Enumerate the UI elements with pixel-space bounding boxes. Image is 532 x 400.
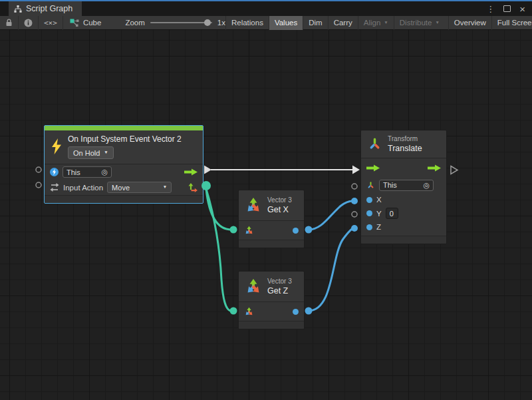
z-input-dot[interactable]: [366, 224, 372, 230]
graph-toolbar: <×> Cube Zoom 1x Relations Values Dim Ca…: [0, 16, 532, 30]
info-button[interactable]: [19, 16, 39, 30]
vector2-type-icon: [188, 183, 198, 192]
node-vector3-get-z[interactable]: Vector 3 Get Z: [238, 271, 305, 329]
object-picker-icon[interactable]: ◎: [101, 168, 108, 176]
input-action-label: Input Action: [63, 184, 103, 192]
getz-io-row: [239, 302, 304, 321]
window-menu-icon[interactable]: ⋮: [486, 5, 495, 13]
getz-node-title: Get Z: [267, 286, 292, 296]
node-transform-translate[interactable]: Transform Translate: [360, 130, 447, 244]
zoom-control: Zoom 1x: [125, 16, 225, 30]
event-this-row: This ◎: [45, 164, 203, 180]
close-icon[interactable]: ×: [519, 5, 525, 13]
node-vector3-get-x[interactable]: Vector 3 Get X: [238, 190, 305, 248]
chevron-down-icon: ▼: [384, 21, 388, 25]
code-preview-button[interactable]: <×>: [39, 16, 63, 30]
input-action-dropdown[interactable]: Move ▼: [107, 182, 172, 193]
transform-node-footer: [361, 236, 446, 244]
chevron-down-icon: ▼: [104, 150, 108, 155]
window-controls: ⋮ ×: [486, 1, 532, 16]
transform-node-category: Transform: [388, 134, 422, 143]
transform-y-row: Y 0: [361, 206, 446, 220]
transform-this-field[interactable]: This ◎: [379, 180, 434, 191]
tab-script-graph[interactable]: Script Graph: [9, 1, 82, 16]
lock-icon: [5, 19, 13, 27]
dim-button[interactable]: Dim: [303, 16, 327, 30]
flow-out-arrow-icon: [184, 168, 198, 176]
event-node-title: On Input System Event Vector 2: [68, 134, 182, 144]
script-graph-asset-icon: [70, 19, 79, 27]
getx-node-category: Vector 3: [267, 196, 292, 204]
info-icon: [24, 19, 33, 27]
align-dropdown[interactable]: Align ▼: [358, 16, 394, 30]
zoom-slider[interactable]: [150, 16, 212, 30]
node-on-input-system-event[interactable]: On Input System Event Vector 2 On Hold ▼…: [44, 125, 203, 204]
values-button[interactable]: Values: [269, 16, 303, 30]
event-node-footer: [45, 195, 203, 203]
graph-hierarchy-icon: [14, 5, 22, 13]
event-input-action-row: Input Action Move ▼: [45, 180, 203, 195]
zoom-label: Zoom: [125, 19, 144, 27]
x-input-dot[interactable]: [366, 197, 372, 203]
y-input-dot[interactable]: [366, 210, 372, 216]
vector3-input-icon: [244, 307, 254, 317]
tab-title: Script Graph: [26, 4, 72, 13]
transform-this-row: This ◎: [361, 177, 446, 193]
getz-node-category: Vector 3: [267, 277, 292, 286]
getx-io-row: [239, 221, 304, 240]
event-bolt-icon: [51, 138, 63, 154]
lock-button[interactable]: [0, 16, 19, 30]
getz-node-footer: [239, 321, 304, 329]
event-mode-dropdown[interactable]: On Hold ▼: [68, 146, 114, 159]
graph-breadcrumb[interactable]: Cube: [63, 19, 108, 27]
getx-node-title: Get X: [267, 204, 292, 215]
getx-node-footer: [239, 240, 304, 248]
flow-in-arrow-icon: [366, 164, 380, 172]
zoom-slider-handle[interactable]: [204, 19, 211, 26]
transform-mini-icon: [366, 181, 375, 190]
event-this-field[interactable]: This ◎: [63, 166, 112, 178]
y-value-field[interactable]: 0: [386, 208, 398, 219]
maximize-icon[interactable]: [503, 5, 511, 12]
zoom-level: 1x: [217, 19, 225, 27]
transform-z-row: Z: [361, 220, 446, 236]
distribute-dropdown[interactable]: Distribute ▼: [394, 16, 445, 30]
z-label: Z: [376, 223, 381, 231]
relations-button[interactable]: Relations: [225, 16, 269, 30]
event-node-accent-bar: [45, 126, 203, 130]
transform-icon: [367, 136, 382, 152]
tab-bar: Script Graph ⋮ ×: [0, 1, 532, 16]
self-reference-icon: [50, 168, 59, 176]
chevron-down-icon: ▼: [435, 21, 439, 25]
vector3-input-icon: [244, 226, 254, 236]
vector3-icon: [245, 278, 262, 296]
zoom-slider-track[interactable]: [150, 22, 212, 23]
chevron-down-icon: ▼: [163, 185, 167, 190]
getx-output-dot[interactable]: [293, 228, 299, 234]
getz-output-dot[interactable]: [293, 309, 299, 315]
toolbar-buttons: Relations Values Dim Carry Align ▼ Distr…: [225, 16, 532, 30]
graph-name: Cube: [83, 19, 102, 27]
y-label: Y: [376, 210, 382, 218]
transform-x-row: X: [361, 193, 446, 206]
flow-out-arrow-icon: [428, 164, 441, 172]
x-label: X: [376, 196, 382, 204]
carry-button[interactable]: Carry: [328, 16, 358, 30]
script-graph-window: Script Graph ⋮ × <×>: [0, 0, 532, 400]
full-screen-button[interactable]: Full Screen: [491, 16, 532, 30]
object-picker-icon[interactable]: ◎: [423, 182, 430, 189]
vector3-icon: [245, 197, 262, 214]
input-action-icon: [50, 183, 59, 192]
overview-button[interactable]: Overview: [448, 16, 491, 30]
transform-flow-row: [361, 158, 446, 177]
transform-node-title: Translate: [388, 143, 422, 154]
